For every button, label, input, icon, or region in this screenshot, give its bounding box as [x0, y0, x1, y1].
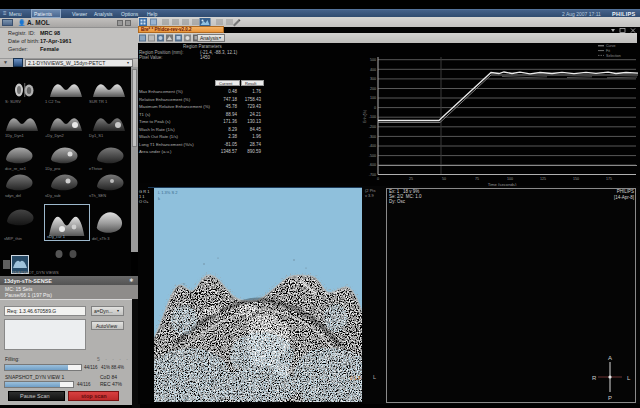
svg-text:k: k — [158, 196, 160, 201]
svg-text:Enh (%): Enh (%) — [363, 110, 367, 123]
svg-text:+Dy_Dyn2: +Dy_Dyn2 — [45, 133, 65, 138]
svg-text:0 1 F: 0 1 F — [350, 375, 361, 381]
svg-text:Selection: Selection — [606, 54, 621, 58]
svg-text:75: 75 — [475, 177, 479, 181]
svg-text:Fit: Fit — [606, 49, 610, 53]
svg-text:sDy_sub: sDy_sub — [45, 193, 61, 198]
svg-text:Curve: Curve — [606, 44, 616, 48]
svg-text:-700: -700 — [369, 173, 376, 177]
svg-text:sdyn_del: sdyn_del — [5, 193, 21, 198]
svg-text:L 1.3% S 2: L 1.3% S 2 — [158, 190, 178, 195]
svg-text:Dy1_S1: Dy1_S1 — [89, 133, 104, 138]
svg-text:400: 400 — [370, 68, 376, 72]
svg-text:500: 500 — [370, 58, 376, 62]
svg-text:100: 100 — [370, 96, 376, 100]
svg-text:50: 50 — [442, 177, 446, 181]
svg-text:SNAPSHOT_DYN VIEWS: SNAPSHOT_DYN VIEWS — [12, 270, 59, 275]
svg-text:-100: -100 — [369, 115, 376, 119]
svg-text:100: 100 — [507, 177, 513, 181]
svg-text:sMIP_thin: sMIP_thin — [4, 236, 22, 241]
svg-text:200: 200 — [370, 87, 376, 91]
svg-text:-500: -500 — [369, 154, 376, 158]
svg-text:-200: -200 — [369, 125, 376, 129]
svg-text:-600: -600 — [369, 163, 376, 167]
svg-text:sDy_cur 1: sDy_cur 1 — [47, 234, 66, 239]
svg-text:125: 125 — [540, 177, 546, 181]
svg-text:R: R — [592, 375, 597, 381]
svg-text:-300: -300 — [369, 135, 376, 139]
svg-text:L: L — [627, 375, 631, 381]
svg-text:eThrive: eThrive — [89, 166, 103, 171]
svg-text:1Dy_pro: 1Dy_pro — [45, 166, 61, 171]
svg-text:1Dy_Dyn1: 1Dy_Dyn1 — [5, 133, 24, 138]
svg-text:sTh_SEN: sTh_SEN — [89, 193, 106, 198]
svg-text:0: 0 — [377, 177, 379, 181]
svg-text:A: A — [608, 355, 612, 361]
svg-text:300: 300 — [370, 77, 376, 81]
svg-text:-400: -400 — [369, 144, 376, 148]
svg-text:del_sTh 3: del_sTh 3 — [92, 236, 110, 241]
svg-text:SUR TR 1: SUR TR 1 — [89, 99, 108, 104]
svg-text:175: 175 — [606, 177, 612, 181]
svg-text:150: 150 — [573, 177, 579, 181]
svg-text:S: SURV: S: SURV — [5, 99, 21, 104]
svg-text:P: P — [608, 395, 612, 401]
svg-text:0: 0 — [374, 106, 376, 110]
svg-text:1 C2 Tra: 1 C2 Tra — [45, 99, 61, 104]
svg-text:25: 25 — [409, 177, 413, 181]
svg-text:dce_re_se1: dce_re_se1 — [5, 166, 27, 171]
